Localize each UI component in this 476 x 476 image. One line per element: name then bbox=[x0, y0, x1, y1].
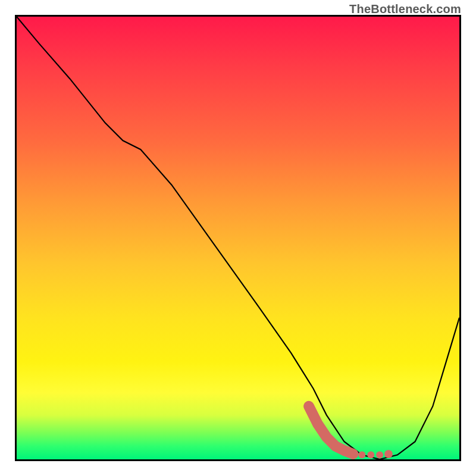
highlight-dots bbox=[358, 450, 393, 458]
plot-area bbox=[15, 15, 461, 461]
highlight-dot bbox=[376, 452, 383, 459]
series-curve bbox=[17, 17, 459, 459]
highlight-dot bbox=[384, 450, 393, 458]
curve-layer bbox=[17, 17, 459, 459]
watermark-text: TheBottleneck.com bbox=[349, 2, 461, 16]
highlight-dot bbox=[367, 452, 374, 459]
highlight-curve bbox=[309, 406, 353, 454]
chart-container: { "watermark": "TheBottleneck.com", "cha… bbox=[0, 0, 476, 476]
highlight-dot bbox=[358, 452, 365, 459]
